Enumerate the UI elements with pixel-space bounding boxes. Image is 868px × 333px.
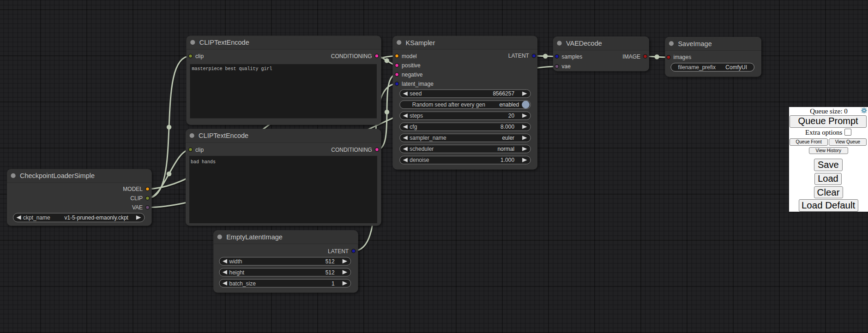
svg-text:LATENT: LATENT — [328, 248, 349, 255]
svg-text:1: 1 — [332, 280, 335, 287]
svg-text:width: width — [229, 258, 242, 265]
svg-text:1.000: 1.000 — [500, 157, 514, 163]
svg-text:filename_prefix: filename_prefix — [678, 64, 716, 71]
svg-text:CONDITIONING: CONDITIONING — [331, 53, 372, 59]
svg-text:euler: euler — [502, 135, 514, 141]
svg-text:model: model — [402, 53, 417, 59]
svg-text:negative: negative — [402, 71, 423, 78]
svg-text:clip: clip — [195, 147, 204, 153]
svg-text:enabled: enabled — [499, 101, 519, 108]
svg-text:CLIP: CLIP — [130, 195, 143, 202]
svg-text:512: 512 — [326, 269, 335, 276]
svg-text:KSampler: KSampler — [406, 39, 435, 47]
svg-text:cfg: cfg — [410, 124, 417, 130]
svg-text:SaveImage: SaveImage — [678, 40, 711, 48]
svg-text:ckpt_name: ckpt_name — [23, 214, 50, 221]
svg-text:8.000: 8.000 — [500, 124, 514, 130]
svg-text:IMAGE: IMAGE — [622, 54, 640, 60]
svg-text:EmptyLatentImage: EmptyLatentImage — [226, 233, 283, 241]
svg-text:normal: normal — [497, 146, 514, 152]
svg-text:CONDITIONING: CONDITIONING — [331, 147, 372, 153]
svg-text:LATENT: LATENT — [508, 53, 530, 59]
svg-text:denoise: denoise — [410, 157, 429, 163]
svg-text:v1-5-pruned-emaonly.ckpt: v1-5-pruned-emaonly.ckpt — [64, 214, 128, 221]
svg-text:batch_size: batch_size — [229, 280, 256, 287]
svg-text:images: images — [674, 54, 692, 60]
svg-text:positive: positive — [402, 62, 421, 69]
svg-text:samples: samples — [562, 54, 583, 60]
svg-text:latent_image: latent_image — [402, 81, 434, 87]
svg-text:vae: vae — [562, 63, 571, 70]
svg-text:VAE: VAE — [132, 204, 143, 211]
svg-text:CLIPTextEncode: CLIPTextEncode — [199, 132, 248, 139]
svg-text:CLIPTextEncode: CLIPTextEncode — [199, 39, 249, 46]
svg-text:8566257: 8566257 — [493, 90, 514, 97]
svg-text:bad hands: bad hands — [191, 160, 216, 165]
svg-text:steps: steps — [410, 113, 423, 119]
svg-text:20: 20 — [508, 113, 515, 119]
svg-text:scheduler: scheduler — [410, 146, 434, 152]
svg-text:seed: seed — [410, 90, 422, 97]
svg-text:height: height — [229, 269, 245, 276]
svg-text:512: 512 — [326, 258, 335, 265]
svg-text:sampler_name: sampler_name — [410, 135, 446, 141]
svg-text:clip: clip — [195, 53, 204, 59]
svg-text:MODEL: MODEL — [123, 186, 143, 192]
svg-text:ComfyUI: ComfyUI — [725, 64, 747, 71]
svg-text:VAEDecode: VAEDecode — [566, 40, 602, 47]
svg-text:masterpiece best quality girl: masterpiece best quality girl — [192, 66, 272, 71]
svg-text:CheckpointLoaderSimple: CheckpointLoaderSimple — [20, 172, 95, 179]
svg-text:Random seed after every gen: Random seed after every gen — [412, 101, 485, 108]
